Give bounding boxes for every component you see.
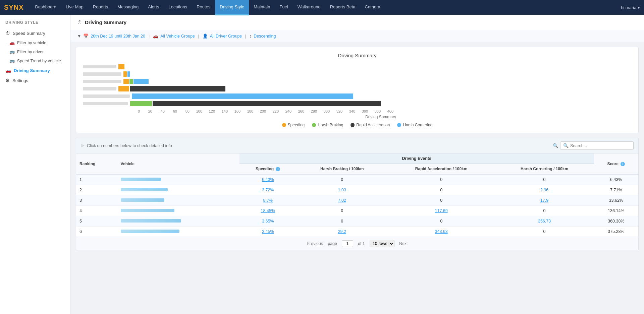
cell-harsh-cornering[interactable]: 356.73 [495, 216, 594, 227]
x-label: 100 [190, 109, 202, 113]
nav-item-locations[interactable]: Locations [164, 0, 192, 15]
sidebar-item-speed-summary[interactable]: ⏱ Speed Summary [0, 28, 70, 38]
speeding-value[interactable]: 3.72% [262, 188, 274, 192]
logo-text: SYN [4, 4, 19, 11]
nav-item-walkaround[interactable]: Walkaround [293, 0, 325, 15]
rapid-accel-value[interactable]: 343.63 [435, 229, 448, 234]
table-row: 38.7%7.02017.933.62% [76, 195, 638, 206]
nav-item-alerts[interactable]: Alerts [143, 0, 164, 15]
rows-per-page-select[interactable]: 10 rows 25 rows 50 rows [370, 240, 394, 247]
cell-rank: 4 [76, 206, 117, 216]
bar-orange [123, 79, 129, 84]
harsh-cornering-value[interactable]: 2.96 [540, 188, 548, 192]
col-ranking: Ranking [76, 153, 117, 174]
page-number-input[interactable] [342, 240, 353, 247]
nav-item-maintain[interactable]: Maintain [249, 0, 275, 15]
nav-item-camera[interactable]: Camera [360, 0, 385, 15]
cell-speeding[interactable]: 6.43% [239, 174, 297, 185]
speeding-info-icon[interactable]: i [276, 167, 280, 171]
cell-vehicle [117, 216, 239, 227]
nav-item-fuel[interactable]: Fuel [275, 0, 292, 15]
x-label: 180 [240, 109, 253, 113]
speeding-value[interactable]: 8.7% [263, 198, 273, 203]
calendar-icon: 📅 [83, 34, 89, 39]
x-label: 60 [165, 109, 177, 113]
cell-harsh-cornering[interactable]: 0 [495, 174, 594, 185]
harsh-braking-value[interactable]: 29.2 [338, 229, 346, 234]
x-label: 20 [140, 109, 152, 113]
cell-harsh-cornering[interactable]: 2.96 [495, 185, 594, 195]
cell-harsh-braking[interactable]: 0 [297, 174, 388, 185]
cell-rapid-accel[interactable]: 343.63 [388, 227, 495, 237]
nav-item-reports[interactable]: Reports [88, 0, 113, 15]
sidebar-sub-speed-trend[interactable]: 🚌 Speed Trend by vehicle [0, 56, 70, 65]
harsh-braking-value[interactable]: 7.02 [338, 198, 346, 203]
page-header: ⏱ Driving Summary [70, 15, 644, 30]
cell-rapid-accel[interactable]: 0 [388, 195, 495, 206]
user-menu[interactable]: hi maria ▾ [621, 5, 640, 10]
harsh-braking-value[interactable]: 1.03 [338, 188, 346, 192]
cell-speeding[interactable]: 3.72% [239, 185, 297, 195]
cell-harsh-braking[interactable]: 1.03 [297, 185, 388, 195]
cell-harsh-braking[interactable]: 0 [297, 216, 388, 227]
cell-speeding[interactable]: 2.45% [239, 227, 297, 237]
harsh-cornering-value[interactable]: 17.9 [540, 198, 548, 203]
cell-rapid-accel[interactable]: 0 [388, 174, 495, 185]
sort-link[interactable]: Descending [254, 34, 276, 39]
vehicle-name-blurred [121, 198, 164, 202]
cell-harsh-braking[interactable]: 0 [297, 206, 388, 216]
cell-speeding[interactable]: 8.7% [239, 195, 297, 206]
nav-menu: Dashboard Live Map Reports Messaging Ale… [30, 0, 621, 15]
rapid-accel-value[interactable]: 117.69 [435, 208, 448, 213]
speeding-value[interactable]: 6.43% [262, 177, 274, 182]
chart-area: Driving Summary [76, 47, 639, 133]
nav-item-reports-beta[interactable]: Reports Beta [325, 0, 360, 15]
nav-item-livemap[interactable]: Live Map [61, 0, 88, 15]
cell-rapid-accel[interactable]: 0 [388, 216, 495, 227]
legend-dot-harsh-braking [312, 123, 316, 127]
nav-item-messaging[interactable]: Messaging [113, 0, 143, 15]
harsh-cornering-value[interactable]: 356.73 [538, 219, 551, 224]
chart-row-label [83, 65, 116, 68]
vehicle-groups-link[interactable]: All Vehicle Groups [160, 34, 195, 39]
table-row: 16.43%0006.43% [76, 174, 638, 185]
x-label: 120 [202, 109, 215, 113]
search-input[interactable] [570, 143, 631, 148]
nav-item-dashboard[interactable]: Dashboard [30, 0, 61, 15]
cell-score: 360.38% [594, 216, 638, 227]
speeding-value[interactable]: 18.45% [261, 208, 275, 213]
nav-item-driving-style[interactable]: Driving Style [215, 0, 249, 15]
table-row: 53.65%00356.73360.38% [76, 216, 638, 227]
cell-harsh-braking[interactable]: 29.2 [297, 227, 388, 237]
legend-label: Harsh Cornering [403, 123, 432, 127]
filter-bar: ▼ 📅 20th Dec 19 until 20th Jan 20 | 🚗 Al… [70, 30, 644, 42]
score-info-icon[interactable]: i [621, 162, 625, 166]
nav-item-routes[interactable]: Routes [192, 0, 215, 15]
next-button[interactable]: Next [399, 241, 408, 246]
sidebar-sub-filter-driver[interactable]: 🚌 Filter by driver [0, 47, 70, 56]
speeding-value[interactable]: 3.65% [262, 219, 274, 224]
cell-speeding[interactable]: 3.65% [239, 216, 297, 227]
page-title: Driving Summary [85, 19, 126, 25]
cell-rapid-accel[interactable]: 117.69 [388, 206, 495, 216]
sidebar-sub-filter-vehicle[interactable]: 🚗 Filter by vehicle [0, 38, 70, 47]
prev-button[interactable]: Previous [307, 241, 323, 246]
table-toolbar-left: ☞ Click on numbers below to check detail… [81, 143, 172, 148]
cell-harsh-braking[interactable]: 7.02 [297, 195, 388, 206]
cell-rapid-accel[interactable]: 0 [388, 185, 495, 195]
date-range-link[interactable]: 20th Dec 19 until 20th Jan 20 [91, 34, 145, 39]
legend-label: Speeding [288, 123, 305, 127]
sidebar-item-settings[interactable]: ⚙ Settings [0, 75, 70, 85]
cell-harsh-cornering[interactable]: 0 [495, 206, 594, 216]
cell-speeding[interactable]: 18.45% [239, 206, 297, 216]
legend-dot-rapid-accel [351, 123, 355, 127]
cell-harsh-cornering[interactable]: 17.9 [495, 195, 594, 206]
driver-groups-link[interactable]: All Driver Groups [210, 34, 242, 39]
sidebar-item-driving-summary[interactable]: 🚗 Driving Summary [0, 65, 70, 75]
speeding-value[interactable]: 2.45% [262, 229, 274, 234]
cell-harsh-cornering[interactable]: 0 [495, 227, 594, 237]
chart-row-label [83, 87, 116, 90]
col-harsh-cornering: Harsh Cornering / 100km [495, 164, 594, 175]
cell-score: 6.43% [594, 174, 638, 185]
chart-bars [132, 92, 632, 100]
